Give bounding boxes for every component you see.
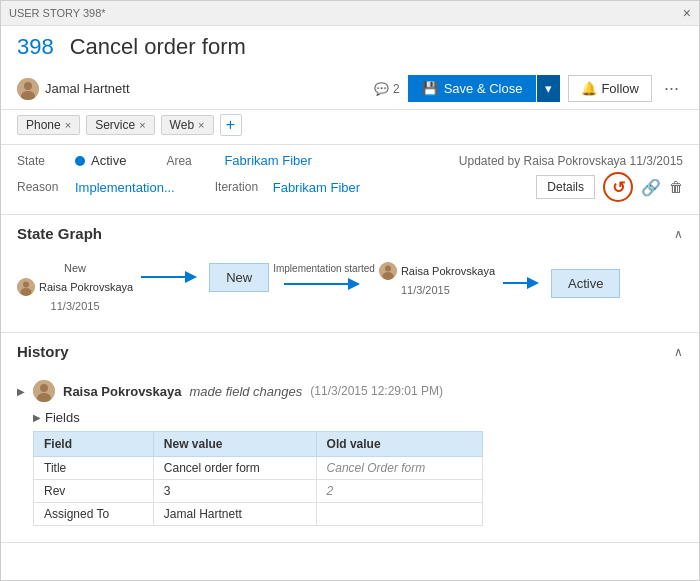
status-dot: [75, 156, 85, 166]
state-box-new: New: [209, 263, 269, 292]
iteration-value[interactable]: Fabrikam Fiber: [273, 180, 360, 195]
svg-point-13: [40, 384, 48, 392]
tag-service: Service ×: [86, 115, 154, 135]
state-pair: State Active: [17, 153, 126, 168]
arrow-2-label: Implementation started: [273, 263, 375, 274]
graph-flow: New Raisa Pokrovskaya 11/3/2015: [17, 262, 683, 312]
history-header[interactable]: History ∧: [1, 333, 699, 370]
tag-service-close[interactable]: ×: [139, 119, 145, 131]
follow-button[interactable]: 🔔 Follow: [568, 75, 652, 102]
state-graph-section: State Graph ∧ New Raisa Pokrovskaya: [1, 215, 699, 333]
add-tag-button[interactable]: +: [220, 114, 242, 136]
history-action: made field changes: [190, 384, 303, 399]
table-header-row: Field New value Old value: [34, 432, 483, 457]
fields-label: ▶ Fields: [33, 410, 683, 425]
tags-bar: Phone × Service × Web × +: [1, 110, 699, 145]
tag-web-close[interactable]: ×: [198, 119, 204, 131]
second-user-name: Raisa Pokrovskaya: [401, 265, 495, 277]
second-user-row: Raisa Pokrovskaya: [379, 262, 495, 280]
save-dropdown-button[interactable]: ▾: [536, 75, 560, 102]
row2-new-value: 3: [153, 480, 316, 503]
reason-label: Reason: [17, 180, 67, 194]
tag-web: Web ×: [161, 115, 214, 135]
avatar: [17, 78, 39, 100]
history-entry-1: ▶ Raisa Pokrovskaya made field changes (…: [17, 380, 683, 526]
row3-field: Assigned To: [34, 503, 154, 526]
col-field: Field: [34, 432, 154, 457]
save-icon: 💾: [422, 81, 438, 96]
initial-avatar: [17, 278, 35, 296]
second-user-node: Raisa Pokrovskaya 11/3/2015: [379, 262, 495, 296]
fields-section: ▶ Fields Field New value Old value: [33, 410, 683, 526]
title-bar-label: USER STORY 398*: [9, 7, 106, 19]
area-label: Area: [166, 154, 216, 168]
initial-state-label: New: [64, 262, 86, 274]
fields-arrow-icon: ▶: [33, 412, 41, 423]
history-entry-header: ▶ Raisa Pokrovskaya made field changes (…: [17, 380, 683, 402]
save-close-button[interactable]: 💾 Save & Close: [408, 75, 537, 102]
area-pair: Area Fabrikam Fiber: [166, 153, 311, 168]
comment-button[interactable]: 💬 2: [374, 82, 400, 96]
link-button[interactable]: 🔗: [641, 178, 661, 197]
arrow-svg-1: [141, 269, 201, 285]
tag-phone: Phone ×: [17, 115, 80, 135]
arrow-2: Implementation started: [273, 263, 375, 292]
history-time: (11/3/2015 12:29:01 PM): [310, 384, 443, 398]
tag-phone-label: Phone: [26, 118, 61, 132]
active-box-container: Active: [551, 269, 620, 298]
close-button[interactable]: ×: [683, 5, 691, 21]
toolbar: Jamal Hartnett 💬 2 💾 Save & Close ▾ 🔔 Fo…: [1, 68, 699, 110]
history-arrow-icon: ▶: [17, 386, 25, 397]
arrow-svg-3: [503, 275, 543, 291]
initial-user-name: Raisa Pokrovskaya: [39, 281, 133, 293]
iteration-pair: Iteration Fabrikam Fiber: [215, 180, 360, 195]
history-content: ▶ Raisa Pokrovskaya made field changes (…: [1, 380, 699, 542]
reason-value[interactable]: Implementation...: [75, 180, 175, 195]
state-graph-title: State Graph: [17, 225, 102, 242]
action-buttons: Details ↺ 🔗 🗑: [536, 172, 683, 202]
toolbar-user-name: Jamal Hartnett: [45, 81, 130, 96]
svg-point-1: [24, 82, 32, 90]
story-header: 398 Cancel order form: [1, 26, 699, 68]
area-value[interactable]: Fabrikam Fiber: [224, 153, 311, 168]
state-graph-header[interactable]: State Graph ∧: [1, 215, 699, 252]
tag-web-label: Web: [170, 118, 194, 132]
initial-date: 11/3/2015: [51, 300, 100, 312]
state-label: State: [17, 154, 67, 168]
story-title: Cancel order form: [70, 34, 246, 60]
row3-new-value: Jamal Hartnett: [153, 503, 316, 526]
table-row: Assigned To Jamal Hartnett: [34, 503, 483, 526]
state-text: Active: [91, 153, 126, 168]
initial-user-row: Raisa Pokrovskaya: [17, 278, 133, 296]
comment-count: 2: [393, 82, 400, 96]
history-section: History ∧ ▶ Raisa Pokrovskaya made field…: [1, 333, 699, 543]
history-icon-button[interactable]: ↺: [603, 172, 633, 202]
details-button[interactable]: Details: [536, 175, 595, 199]
table-row: Title Cancel order form Cancel Order for…: [34, 457, 483, 480]
col-old-value: Old value: [316, 432, 482, 457]
arrow-1: [141, 269, 201, 285]
tag-phone-close[interactable]: ×: [65, 119, 71, 131]
save-close-label: Save & Close: [444, 81, 523, 96]
row1-old-value: Cancel Order form: [316, 457, 482, 480]
state-box-active: Active: [551, 269, 620, 298]
svg-point-10: [382, 272, 393, 280]
arrow-3: [503, 275, 543, 291]
user-info: Jamal Hartnett: [17, 78, 366, 100]
iteration-label: Iteration: [215, 180, 265, 194]
more-button[interactable]: ···: [660, 74, 683, 103]
second-avatar: [379, 262, 397, 280]
updated-text: Updated by Raisa Pokrovskaya 11/3/2015: [459, 154, 683, 168]
svg-point-9: [385, 266, 391, 272]
history-chevron: ∧: [674, 345, 683, 359]
history-avatar: [33, 380, 55, 402]
fields-label-text: Fields: [45, 410, 80, 425]
row2-field: Rev: [34, 480, 154, 503]
follow-label: Follow: [601, 81, 639, 96]
state-graph-chevron: ∧: [674, 227, 683, 241]
save-close-group: 💾 Save & Close ▾: [408, 75, 561, 102]
second-date: 11/3/2015: [401, 284, 450, 296]
delete-button[interactable]: 🗑: [669, 179, 683, 195]
content-area: State Graph ∧ New Raisa Pokrovskaya: [1, 215, 699, 580]
state-graph-content: New Raisa Pokrovskaya 11/3/2015: [1, 252, 699, 332]
